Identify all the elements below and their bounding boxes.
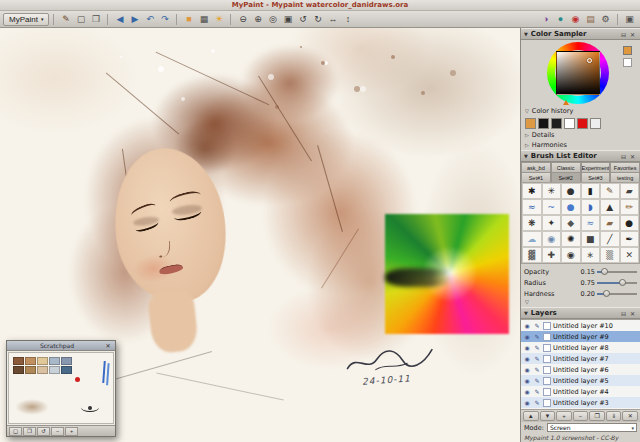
layer-visible-icon[interactable]: ◉ [523,322,531,329]
brush-preview[interactable]: ◆ [561,215,581,231]
slider-track[interactable] [597,290,637,298]
brush-preview[interactable]: ◉ [561,247,581,263]
brush-preview[interactable]: ✎ [600,183,620,199]
tab-set1[interactable]: Set#1 [521,172,551,182]
color-history-swatch[interactable] [551,118,562,129]
brush-preview[interactable]: ✱ [522,183,542,199]
zoom-fit-icon[interactable]: ▣ [280,12,295,27]
harmonies-section[interactable]: ▷ Harmonies [521,140,640,150]
panel-detach-icon[interactable]: ⊟ [619,31,628,38]
scratchpad-load-icon[interactable]: ❐ [23,427,36,436]
brush-list-icon[interactable]: ▦ [196,12,211,27]
brush-preview[interactable]: ◗ [581,199,601,215]
panel-detach-icon[interactable]: ⊟ [619,310,628,317]
color-picker-icon[interactable]: ◉ [568,12,583,27]
scratchpad-zoom-out-icon[interactable]: − [51,427,64,436]
color-history-swatch[interactable] [525,118,536,129]
slider-handle[interactable] [601,268,608,275]
brush-settings-expander[interactable]: ▽ [521,299,640,307]
expander-icon[interactable]: ▷ [525,142,529,148]
brush-preview[interactable]: ≈ [522,199,542,215]
rotate-cw-icon[interactable]: ↻ [310,12,325,27]
scratchpad-swatch[interactable] [25,366,36,374]
layers-header[interactable]: ▼ Layers ⊟ ✕ [521,307,640,319]
layer-edit-icon[interactable]: ✎ [533,399,541,406]
layer-row[interactable]: ◉ ✎ Untitled layer #7 [521,353,640,364]
expander-icon[interactable]: ▽ [525,299,529,305]
layer-duplicate-icon[interactable]: ❐ [589,411,605,421]
scratchpad-swatch[interactable] [61,357,72,365]
brush-preview[interactable]: ~ [542,199,562,215]
brush-preview[interactable]: ▲ [600,199,620,215]
slider-handle[interactable] [619,279,626,286]
layer-row[interactable]: ◉ ✎ Untitled layer #10 [521,320,640,331]
fullscreen-icon[interactable]: ▣ [622,12,637,27]
redo-icon[interactable]: ↷ [157,12,172,27]
layer-visible-icon[interactable]: ◉ [523,333,531,340]
current-color-icon[interactable]: ■ [181,12,196,27]
expander-icon[interactable]: ▷ [525,132,529,138]
tab-experimental[interactable]: Experimental [581,162,611,172]
brush-preview[interactable]: ▰ [620,183,640,199]
brush-preview[interactable]: ✦ [542,215,562,231]
brush-preview[interactable]: ✒ [620,231,640,247]
layer-visible-icon[interactable]: ◉ [523,377,531,384]
brush-preview[interactable]: ▰ [600,215,620,231]
color-history-swatch[interactable] [577,118,588,129]
scratchpad-close-icon[interactable]: ✕ [104,342,112,349]
preferences-icon[interactable]: ⚙ [598,12,613,27]
color-wheel[interactable] [547,42,609,104]
scratchpad-new-icon[interactable]: ▢ [9,427,22,436]
panel-close-icon[interactable]: ✕ [628,31,637,38]
radius-slider[interactable]: Radius 0.75 [524,277,637,288]
color-history-swatch[interactable] [538,118,549,129]
tab-classic[interactable]: Classic [551,162,581,172]
brush-preview[interactable]: ✚ [542,247,562,263]
scratchpad-swatch[interactable] [61,366,72,374]
forward-icon[interactable]: ▶ [127,12,142,27]
painting-canvas[interactable]: 24-10-11 Scratchpad ✕ [0,28,521,442]
layer-add-icon[interactable]: + [556,411,572,421]
tab-set3[interactable]: Set#3 [581,172,611,182]
saturation-value-square[interactable] [556,51,600,95]
layer-remove-icon[interactable]: − [573,411,589,421]
brush-preview[interactable]: ▓ [522,247,542,263]
brush-preview[interactable]: ● [561,199,581,215]
tab-set2[interactable]: Set#2 [551,172,581,182]
brush-preview[interactable]: ∗ [581,247,601,263]
layer-up-icon[interactable]: ▲ [523,411,539,421]
brush-tool-icon[interactable]: ✎ [58,12,73,27]
tab-favorites[interactable]: Favorites [610,162,640,172]
collapse-arrow-icon[interactable]: ▼ [524,153,528,159]
layer-visible-icon[interactable]: ◉ [523,399,531,406]
back-icon[interactable]: ◀ [112,12,127,27]
brush-preview[interactable]: ✳ [542,183,562,199]
slider-track[interactable] [597,279,637,287]
slider-track[interactable] [597,268,637,276]
tab-testing[interactable]: testing [610,172,640,182]
brush-preview[interactable]: ≈ [581,215,601,231]
layer-row[interactable]: ◉ ✎ Untitled layer #3 [521,397,640,408]
scratchpad-swatch[interactable] [13,366,24,374]
scratchpad-swatch[interactable] [49,357,60,365]
brush-preview[interactable]: ✕ [620,247,640,263]
scratchpad-swatch[interactable] [37,357,48,365]
scratchpad-titlebar[interactable]: Scratchpad ✕ [7,341,115,351]
layer-row[interactable]: ◉ ✎ Untitled layer #4 [521,386,640,397]
layer-row[interactable]: ◉ ✎ Untitled layer #9 [521,331,640,342]
panel-detach-icon[interactable]: ⊟ [619,153,628,160]
mirror-horizontal-icon[interactable]: ↔ [325,12,340,27]
panel-close-icon[interactable]: ✕ [628,153,637,160]
layer-visible-icon[interactable]: ◉ [523,366,531,373]
brush-preview[interactable]: ╱ [600,231,620,247]
layer-visible-icon[interactable]: ◉ [523,388,531,395]
mirror-vertical-icon[interactable]: ↕ [340,12,355,27]
layer-row[interactable]: ◉ ✎ Untitled layer #6 [521,364,640,375]
tab-ask-bd[interactable]: ask_bd [521,162,551,172]
mypaint-menu-button[interactable]: MyPaint ▾ [3,13,49,26]
brush-preview[interactable]: ● [561,183,581,199]
layer-row[interactable]: ◉ ✎ Untitled layer #5 [521,375,640,386]
zoom-out-icon[interactable]: ⊖ [235,12,250,27]
brush-preview[interactable]: ▒ [600,247,620,263]
collapse-arrow-icon[interactable]: ▼ [524,31,528,37]
